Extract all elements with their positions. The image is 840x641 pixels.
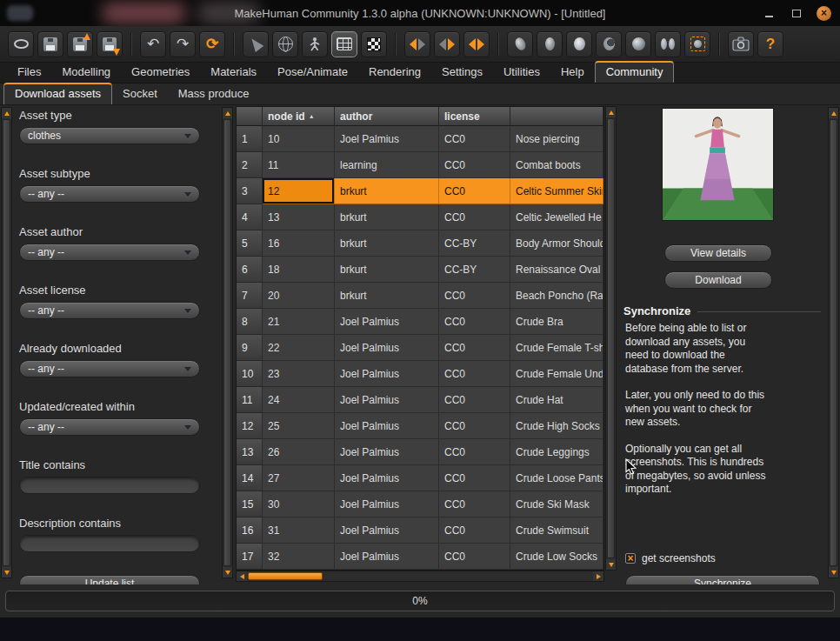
license-cell[interactable]: CC0 [439,335,510,361]
asset-name-cell[interactable]: Beach Poncho (Rai [510,283,603,309]
scroll-down-button[interactable] [2,567,11,578]
scrollbar-handle[interactable] [248,572,323,580]
author-cell[interactable]: Joel Palmius [335,439,439,465]
wireframe-button[interactable] [331,31,357,57]
filter-input-description-contains[interactable] [19,535,200,552]
tab-settings[interactable]: Settings [431,62,493,83]
asset-row[interactable]: 821Joel PalmiusCC0Crude Bra [237,309,603,335]
symmetry-both-button[interactable] [463,31,490,57]
row-number-cell[interactable]: 7 [237,283,263,309]
view-left-button[interactable] [566,31,592,57]
asset-row[interactable]: 312brkurtCC0Celtic Summer Skir [237,178,603,204]
node-id-cell[interactable]: 25 [263,413,335,439]
asset-row[interactable]: 211learningCC0Combat boots [237,152,603,178]
focus-view-button[interactable] [684,31,710,57]
scrollbar-handle[interactable] [830,119,837,566]
scroll-down-button[interactable] [223,567,232,578]
row-number-cell[interactable]: 5 [237,230,263,257]
row-number-cell[interactable]: 13 [237,439,263,465]
asset-row[interactable]: 1427Joel PalmiusCC0Crude Loose Pants [237,465,603,491]
asset-row[interactable]: 413brkurtCC0Celtic Jewelled He [237,204,603,230]
license-cell[interactable]: CC0 [439,439,510,465]
license-cell[interactable]: CC0 [439,309,510,335]
license-cell[interactable]: CC0 [439,491,510,517]
row-number-cell[interactable]: 17 [237,544,263,570]
asset-row[interactable]: 1631Joel PalmiusCC0Crude Swimsuit [237,517,603,544]
load-model-button[interactable] [37,31,63,57]
subdivide-button[interactable] [361,31,387,57]
asset-name-cell[interactable]: Crude Loose Pants [510,465,603,491]
tab-community[interactable]: Community [595,61,675,83]
license-cell[interactable]: CC0 [439,178,510,204]
grab-tool-button[interactable] [243,31,269,57]
author-cell[interactable]: Joel Palmius [335,387,439,413]
row-number-cell[interactable]: 11 [237,387,263,413]
row-number-cell[interactable]: 10 [237,361,263,387]
column-header-author[interactable]: author [335,107,439,126]
tab-modelling[interactable]: Modelling [51,62,121,83]
row-number-cell[interactable]: 8 [237,309,263,335]
maximize-button[interactable] [789,5,804,21]
scroll-up-button[interactable] [829,108,838,118]
author-cell[interactable]: brkurt [335,178,439,204]
scrollbar-handle[interactable] [3,119,10,566]
scroll-up-button[interactable] [606,107,616,117]
scroll-down-button[interactable] [829,567,838,578]
save-model-button[interactable] [67,31,93,57]
license-cell[interactable]: CC0 [439,387,510,413]
filter-select-asset-subtype[interactable]: -- any -- [19,185,200,203]
asset-row[interactable]: 1023Joel PalmiusCC0Crude Female Und [237,361,603,387]
filter-select-asset-license[interactable]: -- any -- [19,302,200,319]
author-cell[interactable]: brkurt [335,230,439,257]
license-cell[interactable]: CC0 [439,361,510,387]
tab-geometries[interactable]: Geometries [121,62,200,83]
symmetry-right-button[interactable] [434,31,460,57]
license-cell[interactable]: CC0 [439,152,510,178]
filter-select-already-downloaded[interactable]: -- any -- [19,360,200,377]
column-header-node-id[interactable]: node id▲ [263,107,335,126]
node-id-cell[interactable]: 26 [263,439,335,465]
tab-materials[interactable]: Materials [200,62,267,83]
view-orbit-button[interactable] [625,31,651,57]
license-cell[interactable]: CC-BY [439,230,510,257]
asset-row[interactable]: 1326Joel PalmiusCC0Crude Leggings [237,439,603,465]
close-button[interactable] [817,6,831,21]
row-number-cell[interactable]: 9 [237,335,263,361]
tab-help[interactable]: Help [550,62,595,83]
license-cell[interactable]: CC0 [439,465,510,491]
row-number-cell[interactable]: 12 [237,413,263,439]
asset-name-cell[interactable]: Nose piercing [510,126,603,152]
tab-utilities[interactable]: Utilities [493,62,550,83]
scrollbar-handle[interactable] [607,118,615,558]
asset-row[interactable]: 720brkurtCC0Beach Poncho (Rai [237,283,603,309]
node-id-cell[interactable]: 30 [263,491,335,517]
license-cell[interactable]: CC0 [439,126,510,152]
scroll-up-button[interactable] [2,108,11,118]
asset-name-cell[interactable]: Celtic Jewelled He [510,204,603,230]
scrollbar-track[interactable] [2,118,11,567]
author-cell[interactable]: brkurt [335,283,439,309]
update-list-button[interactable]: Update list [19,575,200,584]
row-number-cell[interactable]: 4 [237,204,263,230]
author-cell[interactable]: Joel Palmius [335,491,439,517]
node-id-cell[interactable]: 31 [263,517,335,544]
synchronize-button[interactable]: Synchronize [625,575,820,584]
author-cell[interactable]: learning [335,152,439,178]
filter-panel-scrollbar[interactable] [1,107,12,578]
scrollbar-handle[interactable] [223,119,231,566]
column-header-name[interactable] [510,107,603,126]
asset-name-cell[interactable]: Crude Ski Mask [510,491,603,517]
filter-select-asset-type[interactable]: clothes [19,127,200,144]
license-cell[interactable]: CC0 [439,204,510,230]
author-cell[interactable]: Joel Palmius [335,413,439,439]
author-cell[interactable]: Joel Palmius [335,309,439,335]
new-mesh-button[interactable] [8,31,34,57]
screenshot-button[interactable] [728,31,754,57]
asset-row[interactable]: 1530Joel PalmiusCC0Crude Ski Mask [237,491,603,517]
node-id-cell[interactable]: 20 [263,283,335,309]
row-number-cell[interactable]: 14 [237,465,263,491]
filter-select-updated-created-within[interactable]: -- any -- [19,418,200,436]
view-right-button[interactable] [596,31,622,57]
row-number-cell[interactable]: 3 [237,178,263,204]
node-id-cell[interactable]: 22 [263,335,335,361]
